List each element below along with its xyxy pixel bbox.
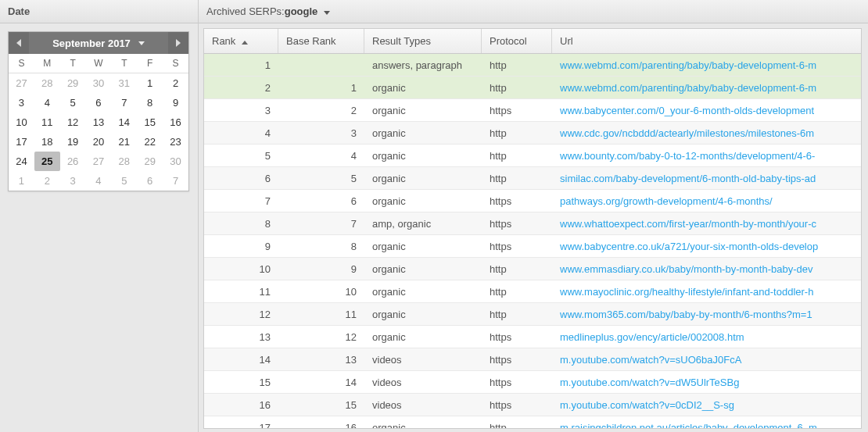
cell-result-types: organic: [364, 241, 482, 252]
cell-url[interactable]: www.babycentre.co.uk/a721/your-six-month…: [552, 241, 861, 252]
calendar-day-cell[interactable]: 29: [60, 73, 86, 94]
calendar-day-cell[interactable]: 24: [9, 152, 34, 171]
table-row[interactable]: 109organichttpwww.emmasdiary.co.uk/baby/…: [204, 258, 861, 280]
cell-url[interactable]: m.youtube.com/watch?v=sUO6baJ0FcA: [552, 354, 861, 366]
table-row[interactable]: 1answers, paragraphhttpwww.webmd.com/par…: [204, 54, 861, 77]
calendar-grid: SMTWTFS 27282930311234567891011121314151…: [9, 54, 188, 191]
calendar-day-cell[interactable]: 3: [9, 93, 34, 112]
calendar-day-cell[interactable]: 30: [163, 152, 188, 171]
cell-url[interactable]: www.webmd.com/parenting/baby/baby-develo…: [552, 59, 861, 71]
col-header-rank[interactable]: Rank: [204, 29, 278, 53]
calendar-day-cell[interactable]: 11: [34, 112, 60, 132]
calendar-day-cell[interactable]: 7: [111, 93, 137, 112]
calendar-day-cell[interactable]: 2: [163, 73, 188, 94]
table-row[interactable]: 1413videoshttpsm.youtube.com/watch?v=sUO…: [204, 348, 861, 371]
cell-url[interactable]: pathways.org/growth-development/4-6-mont…: [552, 195, 861, 207]
calendar-day-cell[interactable]: 15: [137, 112, 163, 132]
calendar-day-cell[interactable]: 4: [34, 93, 60, 112]
cell-url[interactable]: similac.com/baby-development/6-month-old…: [552, 173, 861, 184]
cell-protocol-text: http: [490, 422, 507, 429]
table-row[interactable]: 76organichttpspathways.org/growth-develo…: [204, 190, 861, 212]
cell-url[interactable]: m.raisingchildren.net.au/articles/baby_d…: [552, 422, 861, 429]
table-row[interactable]: 1312organichttpsmedlineplus.gov/ency/art…: [204, 326, 861, 348]
cal-next-button[interactable]: [168, 32, 188, 54]
calendar-day-cell[interactable]: 1: [9, 171, 34, 191]
calendar-day-cell[interactable]: 12: [60, 112, 86, 132]
calendar-day-cell[interactable]: 18: [34, 132, 60, 152]
calendar-day-cell[interactable]: 20: [86, 132, 112, 152]
cell-url-text: m.youtube.com/watch?v=sUO6baJ0FcA: [560, 354, 741, 366]
calendar-day-cell[interactable]: 2: [34, 171, 60, 191]
calendar-day-cell[interactable]: 16: [163, 112, 188, 132]
table-row[interactable]: 65organichttpsimilac.com/baby-developmen…: [204, 167, 861, 190]
cell-result-types-text: organic: [372, 173, 406, 184]
calendar-day-cell[interactable]: 29: [137, 152, 163, 171]
calendar-day-cell[interactable]: 9: [163, 93, 188, 112]
calendar-day-cell[interactable]: 3: [60, 171, 86, 191]
calendar-day-cell[interactable]: 4: [86, 171, 112, 191]
cell-url[interactable]: www.webmd.com/parenting/baby/baby-develo…: [552, 82, 861, 94]
calendar-day-cell[interactable]: 17: [9, 132, 34, 152]
calendar-day-cell[interactable]: 22: [137, 132, 163, 152]
serp-source-dropdown[interactable]: google: [285, 5, 330, 17]
cell-result-types-text: answers, paragraph: [372, 59, 462, 71]
calendar-day-cell[interactable]: 28: [111, 152, 137, 171]
cell-base-rank: 10: [278, 286, 364, 298]
calendar-day-cell[interactable]: 6: [137, 171, 163, 191]
calendar-day-cell[interactable]: 1: [137, 73, 163, 94]
cell-url[interactable]: www.babycenter.com/0_your-6-month-olds-d…: [552, 105, 861, 116]
table-row[interactable]: 54organichttpwww.bounty.com/baby-0-to-12…: [204, 145, 861, 167]
calendar-day-cell[interactable]: 27: [9, 73, 34, 94]
calendar-day-cell[interactable]: 6: [86, 93, 112, 112]
calendar-day-cell[interactable]: 5: [60, 93, 86, 112]
cell-url[interactable]: m.youtube.com/watch?v=dW5UlrTeSBg: [552, 377, 861, 388]
col-header-result-types[interactable]: Result Types: [364, 29, 482, 53]
cell-url[interactable]: www.whattoexpect.com/first-year/month-by…: [552, 218, 861, 230]
cal-prev-button[interactable]: [9, 32, 29, 54]
col-header-url[interactable]: Url: [552, 29, 861, 53]
calendar-day-cell[interactable]: 10: [9, 112, 34, 132]
cell-protocol-text: https: [490, 331, 511, 343]
cell-url[interactable]: www.mayoclinic.org/healthy-lifestyle/inf…: [552, 286, 861, 298]
table-row[interactable]: 1716organichttpm.raisingchildren.net.au/…: [204, 416, 861, 428]
cell-base-rank-text: 16: [346, 422, 357, 429]
calendar-day-cell[interactable]: 7: [163, 171, 188, 191]
calendar-day-cell[interactable]: 21: [111, 132, 137, 152]
cell-base-rank-text: 12: [346, 331, 357, 343]
cell-url[interactable]: www.mom365.com/baby/baby-by-month/6-mont…: [552, 309, 861, 320]
calendar-day-cell[interactable]: 27: [86, 152, 112, 171]
cell-rank: 6: [204, 173, 278, 184]
calendar-day-cell[interactable]: 30: [86, 73, 112, 94]
table-row[interactable]: 32organichttpswww.babycenter.com/0_your-…: [204, 99, 861, 122]
table-row[interactable]: 1110organichttpwww.mayoclinic.org/health…: [204, 280, 861, 303]
calendar-day-cell[interactable]: 14: [111, 112, 137, 132]
cell-url-text: www.whattoexpect.com/first-year/month-by…: [560, 218, 816, 230]
table-row[interactable]: 43organichttpwww.cdc.gov/ncbddd/actearly…: [204, 122, 861, 145]
date-panel-header: Date: [0, 0, 198, 23]
calendar-day-cell[interactable]: 19: [60, 132, 86, 152]
table-row[interactable]: 21organichttpwww.webmd.com/parenting/bab…: [204, 77, 861, 99]
table-row[interactable]: 1211organichttpwww.mom365.com/baby/baby-…: [204, 303, 861, 326]
calendar-day-cell[interactable]: 23: [163, 132, 188, 152]
calendar-day-cell[interactable]: 26: [60, 152, 86, 171]
cal-month-dropdown[interactable]: September 2017: [29, 37, 168, 49]
cell-url[interactable]: m.youtube.com/watch?v=0cDI2__S-sg: [552, 399, 861, 411]
col-header-protocol[interactable]: Protocol: [482, 29, 552, 53]
cell-url[interactable]: www.cdc.gov/ncbddd/actearly/milestones/m…: [552, 127, 861, 139]
table-row[interactable]: 1514videoshttpsm.youtube.com/watch?v=dW5…: [204, 371, 861, 394]
calendar-day-cell[interactable]: 13: [86, 112, 112, 132]
col-header-base-rank[interactable]: Base Rank: [278, 29, 364, 53]
cell-rank: 4: [204, 127, 278, 139]
calendar-day-cell[interactable]: 8: [137, 93, 163, 112]
cell-url[interactable]: medlineplus.gov/ency/article/002008.htm: [552, 331, 861, 343]
table-row[interactable]: 87amp, organichttpswww.whattoexpect.com/…: [204, 212, 861, 235]
cell-protocol: http: [482, 59, 552, 71]
cell-url[interactable]: www.emmasdiary.co.uk/baby/month-by-month…: [552, 263, 861, 275]
calendar-day-cell[interactable]: 28: [34, 73, 60, 94]
calendar-day-cell[interactable]: 31: [111, 73, 137, 94]
table-row[interactable]: 98organichttpswww.babycentre.co.uk/a721/…: [204, 235, 861, 258]
calendar-day-cell[interactable]: 25: [34, 152, 60, 171]
calendar-day-cell[interactable]: 5: [111, 171, 137, 191]
cell-url[interactable]: www.bounty.com/baby-0-to-12-months/devel…: [552, 150, 861, 162]
table-row[interactable]: 1615videoshttpsm.youtube.com/watch?v=0cD…: [204, 394, 861, 416]
